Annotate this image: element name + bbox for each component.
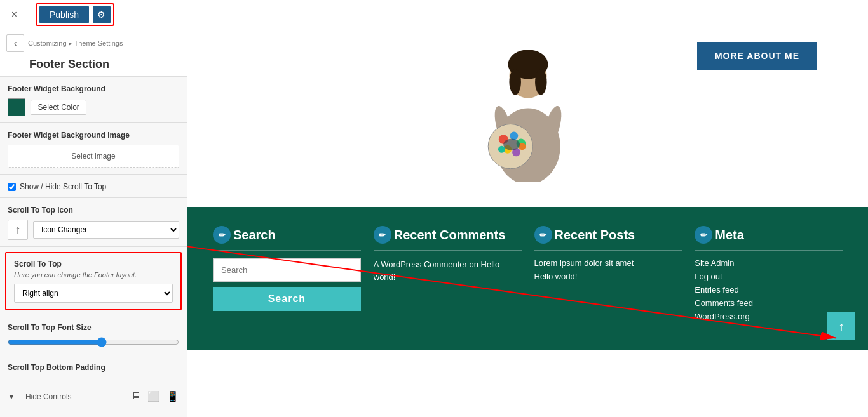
select-color-button[interactable]: Select Color bbox=[31, 100, 86, 115]
breadcrumb: Customizing ▸ Theme Settings bbox=[28, 39, 123, 48]
main-layout: ‹ Customizing ▸ Theme Settings Footer Se… bbox=[0, 29, 868, 417]
footer-meta-link-4[interactable]: WordPress.org bbox=[695, 312, 843, 321]
desktop-icon[interactable]: 🖥 bbox=[131, 390, 141, 402]
color-swatch[interactable] bbox=[8, 98, 25, 116]
icon-row: ↑ Icon Changer bbox=[8, 220, 179, 240]
footer-search-input[interactable] bbox=[213, 258, 361, 282]
footer-widget-bg-section: Footer Widget Background Select Color bbox=[0, 77, 187, 123]
show-hide-scroll-section: Show / Hide Scroll To Top bbox=[0, 175, 187, 198]
footer-search-title: ✏ Search bbox=[213, 226, 361, 244]
scroll-to-top-label: Scroll To Top bbox=[14, 260, 173, 268]
back-button[interactable]: ‹ bbox=[6, 34, 24, 52]
left-panel: ‹ Customizing ▸ Theme Settings Footer Se… bbox=[0, 29, 187, 417]
gear-button[interactable]: ⚙ bbox=[93, 6, 111, 23]
footer-meta-col: ✏ Meta Site Admin Log out Entries feed C… bbox=[695, 226, 843, 325]
icon-changer-select[interactable]: Icon Changer bbox=[33, 221, 179, 239]
svg-point-3 bbox=[509, 69, 520, 95]
hero-area: MORE ABOUT ME bbox=[187, 29, 868, 207]
scroll-to-top-icon-section: Scroll To Top Icon ↑ Icon Changer bbox=[0, 198, 187, 247]
posts-col-icon: ✏ bbox=[534, 226, 552, 244]
right-preview: MORE ABOUT ME ✏ Search bbox=[187, 29, 868, 417]
footer-comment-text: A WordPress Commenter on Hello world! bbox=[374, 258, 522, 283]
scroll-font-size-label: Scroll To Top Font Size bbox=[8, 323, 179, 332]
meta-col-icon: ✏ bbox=[695, 226, 712, 244]
footer-meta-link-0[interactable]: Site Admin bbox=[695, 258, 843, 268]
footer-preview: ✏ Search Search ✏ Recent Comments A Word… bbox=[187, 207, 868, 350]
show-hide-scroll-row: Show / Hide Scroll To Top bbox=[8, 182, 179, 191]
bottom-controls: ▼ Hide Controls 🖥 ⬜ 📱 bbox=[0, 385, 187, 407]
footer-post-2[interactable]: Hello world! bbox=[534, 272, 682, 281]
tablet-icon[interactable]: ⬜ bbox=[147, 390, 160, 402]
person-illustration bbox=[471, 29, 585, 182]
svg-point-9 bbox=[510, 132, 518, 140]
hide-controls-label: Hide Controls bbox=[25, 392, 72, 401]
footer-post-1[interactable]: Lorem ipsum dolor sit amet bbox=[534, 258, 682, 268]
font-size-slider-row bbox=[8, 337, 179, 347]
arrow-up-icon: ↑ bbox=[8, 220, 28, 240]
show-hide-scroll-label: Show / Hide Scroll To Top bbox=[20, 182, 106, 191]
footer-meta-link-3[interactable]: Comments feed bbox=[695, 298, 843, 308]
top-bar: × Publish ⚙ bbox=[0, 0, 868, 29]
footer-recent-posts-col: ✏ Recent Posts Lorem ipsum dolor sit ame… bbox=[534, 226, 682, 325]
footer-recent-comments-col: ✏ Recent Comments A WordPress Commenter … bbox=[374, 226, 522, 325]
footer-grid: ✏ Search Search ✏ Recent Comments A Word… bbox=[213, 226, 843, 325]
scroll-bottom-padding-section: Scroll Top Bottom Padding bbox=[0, 355, 187, 385]
footer-widget-bg-image-label: Footer Widget Background Image bbox=[8, 131, 179, 140]
scroll-to-top-section: Scroll To Top Here you can change the Fo… bbox=[5, 252, 182, 310]
footer-meta-link-1[interactable]: Log out bbox=[695, 272, 843, 281]
scroll-font-size-section: Scroll To Top Font Size bbox=[0, 315, 187, 355]
align-select[interactable]: Right align Left align Center align bbox=[14, 284, 173, 303]
svg-point-4 bbox=[535, 69, 546, 95]
scroll-to-top-icon-label: Scroll To Top Icon bbox=[8, 206, 179, 215]
footer-widget-bg-label: Footer Widget Background bbox=[8, 84, 179, 93]
footer-widget-bg-image-section: Footer Widget Background Image Select im… bbox=[0, 123, 187, 175]
publish-area: Publish ⚙ bbox=[36, 3, 114, 26]
scroll-top-desc: Here you can change the Footer layout. bbox=[14, 271, 173, 279]
select-image-button[interactable]: Select image bbox=[8, 145, 179, 168]
device-icons: 🖥 ⬜ 📱 bbox=[131, 390, 179, 402]
footer-recent-comments-title: ✏ Recent Comments bbox=[374, 226, 522, 244]
footer-search-col: ✏ Search Search bbox=[213, 226, 361, 325]
breadcrumb-area: ‹ Customizing ▸ Theme Settings bbox=[0, 29, 187, 55]
svg-point-15 bbox=[503, 139, 520, 150]
scroll-bottom-padding-label: Scroll Top Bottom Padding bbox=[8, 363, 179, 372]
collapse-icon[interactable]: ▼ bbox=[8, 392, 15, 401]
page-title: Footer Section bbox=[0, 55, 187, 77]
more-about-button[interactable]: MORE ABOUT ME bbox=[697, 42, 817, 70]
close-button[interactable]: × bbox=[0, 0, 29, 29]
footer-meta-title: ✏ Meta bbox=[695, 226, 843, 244]
hide-controls[interactable]: Hide Controls bbox=[25, 392, 72, 401]
show-hide-scroll-checkbox[interactable] bbox=[8, 183, 16, 191]
search-col-icon: ✏ bbox=[213, 226, 231, 244]
mobile-icon[interactable]: 📱 bbox=[166, 390, 179, 402]
font-size-slider[interactable] bbox=[8, 337, 179, 347]
scroll-to-top-button[interactable]: ↑ bbox=[827, 312, 855, 340]
footer-search-button[interactable]: Search bbox=[213, 287, 361, 311]
footer-recent-posts-title: ✏ Recent Posts bbox=[534, 226, 682, 244]
publish-button[interactable]: Publish bbox=[39, 6, 89, 23]
comments-col-icon: ✏ bbox=[374, 226, 391, 244]
footer-meta-link-2[interactable]: Entries feed bbox=[695, 285, 843, 295]
